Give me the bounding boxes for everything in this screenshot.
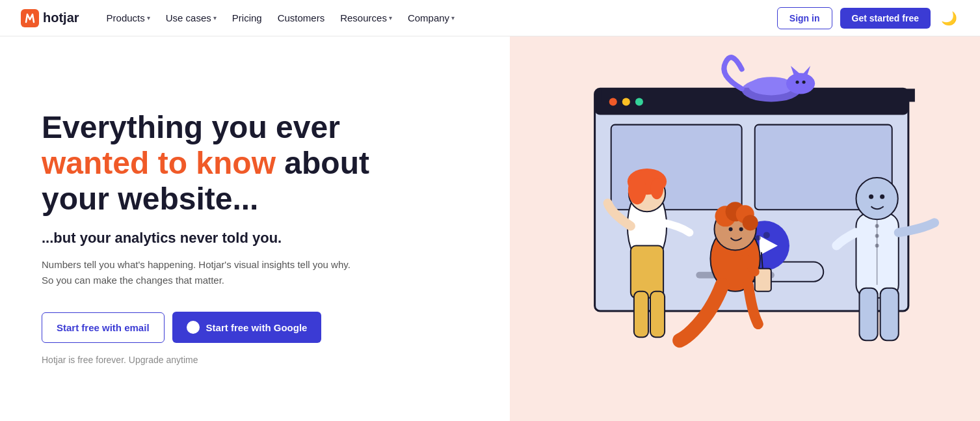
hero-heading: Everything you ever wanted to know about… (42, 109, 479, 217)
start-google-button[interactable]: Start free with Google (172, 312, 322, 343)
navbar: hotjar Products ▾ Use cases ▾ Pricing Cu… (0, 0, 980, 36)
svg-marker-16 (802, 66, 810, 75)
svg-point-37 (763, 232, 769, 238)
logo[interactable]: hotjar (21, 9, 79, 27)
google-icon (187, 321, 200, 334)
hero-section: Everything you ever wanted to know about… (0, 36, 980, 421)
nav-item-use-cases[interactable]: Use cases ▾ (159, 8, 223, 27)
svg-point-24 (650, 178, 663, 199)
svg-marker-15 (791, 66, 801, 75)
svg-point-47 (880, 195, 884, 199)
svg-point-45 (856, 178, 897, 219)
svg-point-46 (869, 195, 873, 199)
svg-point-4 (609, 98, 616, 105)
svg-point-23 (628, 176, 646, 204)
nav-item-customers[interactable]: Customers (271, 8, 332, 27)
svg-point-34 (728, 227, 732, 231)
chevron-down-icon: ▾ (389, 14, 392, 21)
hero-svg (510, 36, 980, 421)
get-started-button[interactable]: Get started free (840, 8, 931, 29)
nav-right: Sign in Get started free 🌙 (777, 7, 959, 29)
svg-point-35 (739, 227, 743, 231)
hero-subtitle: ...but your analytics never told you. (42, 230, 479, 247)
svg-point-17 (795, 81, 799, 84)
hero-note: Hotjar is free forever. Upgrade anytime (42, 355, 479, 365)
svg-point-18 (802, 81, 805, 84)
nav-item-pricing[interactable]: Pricing (226, 8, 269, 27)
hero-illustration (510, 36, 980, 421)
nav-item-company[interactable]: Company ▾ (401, 8, 461, 27)
cta-buttons: Start free with email Start free with Go… (42, 312, 479, 343)
chevron-down-icon: ▾ (147, 14, 150, 21)
svg-rect-20 (630, 245, 663, 297)
hero-left: Everything you ever wanted to know about… (0, 36, 510, 421)
svg-point-5 (622, 98, 629, 105)
sign-in-button[interactable]: Sign in (777, 7, 832, 29)
svg-rect-48 (859, 288, 877, 340)
dark-mode-toggle[interactable]: 🌙 (938, 8, 959, 29)
svg-point-14 (786, 73, 815, 94)
svg-point-36 (755, 235, 760, 240)
svg-point-44 (875, 243, 879, 247)
hero-description: Numbers tell you what's happening. Hotja… (42, 257, 354, 288)
nav-item-resources[interactable]: Resources ▾ (334, 8, 399, 27)
svg-point-43 (875, 234, 879, 238)
nav-links: Products ▾ Use cases ▾ Pricing Customers… (100, 8, 777, 27)
chevron-down-icon: ▾ (451, 14, 455, 21)
svg-rect-25 (634, 292, 648, 337)
svg-rect-49 (880, 288, 898, 340)
start-email-button[interactable]: Start free with email (42, 312, 165, 343)
svg-rect-26 (650, 292, 665, 337)
svg-point-42 (875, 224, 879, 228)
chevron-down-icon: ▾ (213, 14, 217, 21)
logo-text: hotjar (43, 10, 79, 25)
svg-point-33 (742, 215, 758, 230)
svg-point-6 (635, 98, 643, 105)
nav-item-products[interactable]: Products ▾ (100, 8, 157, 27)
